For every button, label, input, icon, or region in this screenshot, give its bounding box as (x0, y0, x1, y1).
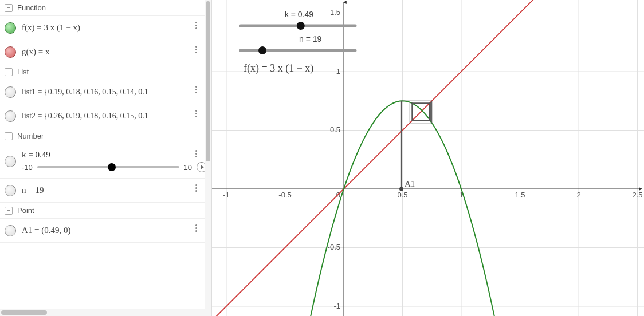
object-definition: A1 = (0.49, 0) (22, 226, 207, 235)
context-menu-icon[interactable] (192, 224, 200, 232)
context-menu-icon[interactable] (192, 184, 200, 192)
object-row-k[interactable]: k = 0.49 -10 10 (0, 144, 211, 179)
section-title: Point (17, 206, 34, 215)
slider-knob[interactable] (258, 46, 266, 54)
point-a1[interactable] (399, 187, 403, 191)
curve-f[interactable] (212, 101, 643, 316)
section-header-number[interactable]: − Number (0, 128, 211, 144)
section-title: Function (17, 3, 46, 12)
object-definition: list2 = {0.26, 0.19, 0.18, 0.16, 0.15, 0… (22, 112, 207, 121)
object-row-n[interactable]: n = 19 (0, 179, 211, 203)
object-row-list2[interactable]: list2 = {0.26, 0.19, 0.18, 0.16, 0.15, 0… (0, 104, 211, 128)
visibility-toggle[interactable] (5, 225, 16, 236)
object-definition: list1 = {0.19, 0.18, 0.16, 0.15, 0.14, 0… (22, 88, 207, 97)
y-tick-label: 0.5 (330, 125, 340, 134)
y-tick-label: 1.5 (330, 8, 340, 17)
section-header-list[interactable]: − List (0, 64, 211, 80)
scrollbar-thumb[interactable] (1, 310, 47, 315)
x-tick-label: 0.5 (397, 191, 407, 199)
object-row-g[interactable]: g(x) = x (0, 40, 211, 64)
x-tick-label: 2 (576, 191, 580, 199)
x-tick-label: -1 (223, 191, 230, 199)
object-row-list1[interactable]: list1 = {0.19, 0.18, 0.16, 0.15, 0.14, 0… (0, 80, 211, 104)
context-menu-icon[interactable] (192, 46, 200, 53)
visibility-toggle[interactable] (5, 185, 16, 196)
slider-label: n = 19 (299, 34, 322, 44)
algebra-panel: − Function f(x) = 3 x (1 − x) g(x) = x −… (0, 0, 212, 316)
context-menu-icon[interactable] (192, 150, 200, 157)
visibility-toggle[interactable] (5, 46, 16, 58)
x-tick-label: 1.5 (515, 191, 525, 199)
visibility-toggle[interactable] (5, 110, 16, 122)
collapse-icon[interactable]: − (5, 68, 13, 76)
object-row-a1[interactable]: A1 = (0.49, 0) (0, 219, 211, 243)
slider-label: k = 0.49 (285, 10, 313, 19)
section-header-point[interactable]: − Point (0, 203, 211, 219)
slider-min: -10 (22, 163, 33, 172)
section-title: Number (17, 132, 44, 140)
context-menu-icon[interactable] (192, 22, 200, 29)
collapse-icon[interactable]: − (5, 132, 13, 140)
section-header-function[interactable]: − Function (0, 0, 211, 16)
y-tick-label: -0.5 (328, 243, 340, 251)
object-row-f[interactable]: f(x) = 3 x (1 − x) (0, 16, 211, 40)
section-title: List (17, 68, 29, 76)
slider-label-k: k = 0.49 (22, 150, 207, 160)
slider-max: 10 (184, 163, 192, 172)
x-tick-label: 2.5 (632, 191, 642, 199)
slider-knob[interactable] (108, 163, 116, 171)
canvas-slider-n[interactable]: n = 19 (241, 34, 355, 54)
slider-knob[interactable] (297, 22, 305, 30)
y-tick-label: 1 (336, 67, 340, 76)
context-menu-icon[interactable] (192, 86, 200, 93)
point-label-a1: A1 (405, 179, 415, 188)
graphics-canvas[interactable]: -1 -0.5 0 0.5 1 1.5 2 2.5 -1 -0.5 0.5 1 … (212, 0, 644, 316)
visibility-toggle[interactable] (5, 22, 16, 34)
y-tick-label: -1 (333, 302, 340, 310)
object-definition: g(x) = x (22, 47, 207, 57)
curve-g[interactable] (212, 0, 644, 316)
vertical-scrollbar[interactable] (205, 0, 211, 316)
object-definition: n = 19 (22, 185, 207, 195)
collapse-icon[interactable]: − (5, 4, 13, 12)
visibility-toggle[interactable] (5, 86, 16, 98)
x-tick-label: -0.5 (278, 191, 291, 199)
context-menu-icon[interactable] (192, 110, 200, 117)
scrollbar-thumb[interactable] (206, 1, 210, 161)
object-definition: f(x) = 3 x (1 − x) (22, 23, 207, 33)
slider-k[interactable] (37, 166, 179, 168)
visibility-toggle[interactable] (5, 156, 16, 167)
cobweb-diagram (401, 101, 431, 189)
graphics-view[interactable]: -1 -0.5 0 0.5 1 1.5 2 2.5 -1 -0.5 0.5 1 … (212, 0, 644, 316)
collapse-icon[interactable]: − (5, 207, 13, 215)
formula-label: f(x) = 3 x (1 − x) (244, 62, 313, 74)
horizontal-scrollbar[interactable] (0, 309, 205, 316)
